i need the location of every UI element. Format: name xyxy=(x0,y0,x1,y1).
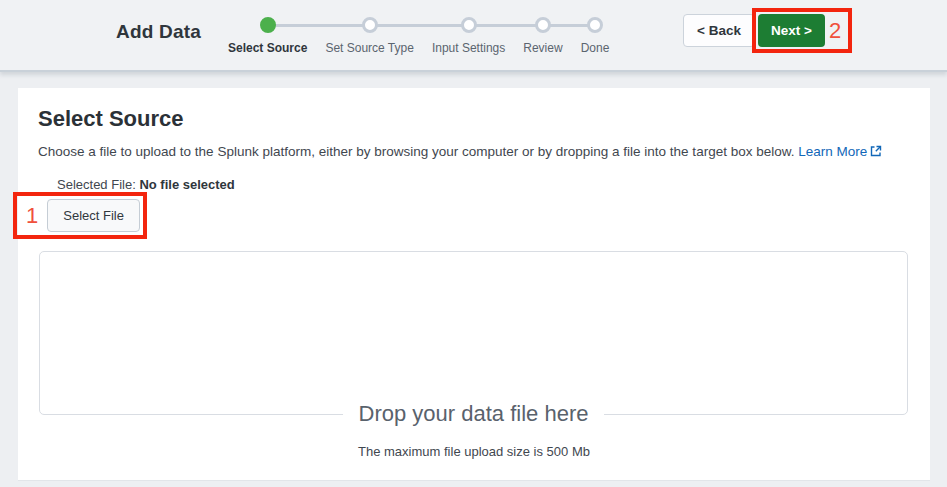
wizard-stepper: Select Source Set Source Type Input Sett… xyxy=(219,0,618,55)
selected-file-value: No file selected xyxy=(139,177,234,192)
back-button[interactable]: < Back xyxy=(683,14,755,47)
page-title: Add Data xyxy=(116,21,201,43)
annotation-number-2: 2 xyxy=(825,20,846,42)
step-dot-icon xyxy=(535,17,551,33)
learn-more-link[interactable]: Learn More xyxy=(798,144,882,159)
add-data-wizard-screen: Add Data Select Source Set Source Type I… xyxy=(0,0,947,487)
selected-file-line: Selected File: No file selected xyxy=(57,177,235,192)
step-dot-icon xyxy=(362,17,378,33)
dropzone-hint: The maximum file upload size is 500 Mb xyxy=(18,444,930,459)
step-label: Review xyxy=(523,41,562,55)
selected-file-label: Selected File: xyxy=(57,177,136,192)
stepper-step-done: Done xyxy=(572,0,619,55)
learn-more-label: Learn More xyxy=(798,144,867,159)
next-button[interactable]: Next > xyxy=(758,14,825,47)
step-label: Done xyxy=(581,41,610,55)
stepper-step-set-source-type: Set Source Type xyxy=(316,0,423,55)
dropzone-label: Drop your data file here xyxy=(343,401,605,427)
step-label: Select Source xyxy=(228,41,307,55)
step-label: Input Settings xyxy=(432,41,505,55)
step-dot-icon xyxy=(587,17,603,33)
select-source-heading: Select Source xyxy=(38,106,184,132)
select-file-button[interactable]: Select File xyxy=(47,199,140,232)
wizard-header: Add Data Select Source Set Source Type I… xyxy=(0,0,947,72)
description-body: Choose a file to upload to the Splunk pl… xyxy=(38,144,794,159)
annotation-box-2: Next > 2 xyxy=(752,8,852,53)
stepper-step-input-settings: Input Settings xyxy=(423,0,514,55)
annotation-number-1: 1 xyxy=(20,205,47,227)
description-text: Choose a file to upload to the Splunk pl… xyxy=(38,144,882,159)
external-link-icon xyxy=(870,145,882,157)
file-dropzone[interactable]: Drop your data file here xyxy=(39,251,908,415)
step-dot-active-icon xyxy=(260,17,276,33)
stepper-step-review: Review xyxy=(514,0,571,55)
step-dot-icon xyxy=(461,17,477,33)
annotation-box-1: 1 Select File xyxy=(13,192,147,239)
content-panel: Select Source Choose a file to upload to… xyxy=(18,88,930,481)
step-label: Set Source Type xyxy=(325,41,414,55)
stepper-step-select-source: Select Source xyxy=(219,0,316,55)
